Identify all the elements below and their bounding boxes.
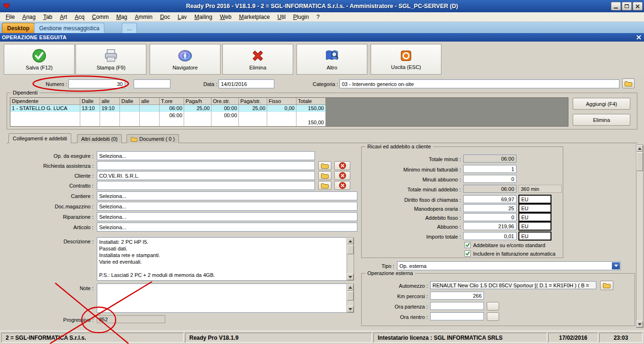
addebito-fisso-input[interactable]: 0 — [463, 213, 517, 221]
minimize-button[interactable] — [611, 2, 621, 10]
data-input[interactable]: 14/01/2016 — [219, 79, 274, 88]
numero-secondary-input[interactable] — [134, 79, 170, 88]
categoria-folder-button[interactable] — [622, 78, 635, 88]
richiesta-clear-button[interactable] — [334, 161, 350, 170]
op-da-eseguire-select[interactable]: Seleziona... — [97, 151, 315, 160]
scrollbar-thumb[interactable] — [347, 245, 354, 254]
tipo-dropdown[interactable]: Op. esterna — [397, 261, 621, 270]
other-button[interactable]: Altro — [297, 44, 367, 75]
includere-checkbox[interactable]: Includere in fatturazione automatica — [465, 250, 555, 257]
riparazione-select[interactable]: Seleziona... — [97, 212, 357, 221]
importo-totale-field: 0,01 — [463, 232, 517, 240]
ora-rientro-input[interactable] — [430, 312, 484, 320]
menu-help[interactable]: ? — [313, 12, 323, 22]
ready-pro-window: Ready Pro 2016 - V18.1.9 - 2 = SGL-INFOR… — [0, 0, 644, 344]
scroll-up-button[interactable] — [347, 238, 354, 244]
menu-comm[interactable]: Comm — [88, 12, 112, 22]
scroll-down-button[interactable] — [347, 274, 354, 280]
ora-partenza-input[interactable] — [430, 302, 484, 310]
table-row[interactable]: 1 - STATELLO G. LUCA 13:10 19:10 06:00 2… — [10, 105, 326, 112]
col-dalle-2[interactable]: Dalle — [120, 98, 140, 105]
scroll-down-button[interactable] — [636, 321, 643, 327]
tab-collegamenti-e-addebiti[interactable]: Collegamenti e addebiti — [8, 133, 71, 143]
col-tore[interactable]: T.ore — [160, 98, 184, 105]
elimina-riga-button[interactable]: Elimina — [573, 114, 630, 126]
richiesta-assistenza-field[interactable] — [97, 161, 315, 170]
dipendenti-table[interactable]: Dipendente Dalle alle Dalle alle T.ore P… — [10, 97, 568, 127]
exit-button[interactable]: Uscita (ESC) — [371, 44, 441, 75]
richiesta-folder-button[interactable] — [318, 161, 331, 170]
contratto-folder-button[interactable] — [318, 181, 331, 190]
scrollbar-thumb[interactable] — [347, 291, 354, 301]
contratto-clear-button[interactable] — [334, 181, 350, 190]
menu-util[interactable]: Util — [274, 12, 289, 22]
col-totale[interactable]: Totale — [297, 98, 326, 105]
menu-web[interactable]: Web — [216, 12, 235, 22]
menu-mag[interactable]: Mag — [112, 12, 131, 22]
col-paga-str[interactable]: Paga/str. — [239, 98, 267, 105]
save-button[interactable]: Salva (F12) — [4, 44, 75, 75]
note-textarea[interactable] — [97, 284, 347, 313]
automezzo-field[interactable]: RENAULT New Clio 1.5 DCI 85CV Sportour [… — [430, 281, 596, 289]
doc-magazzino-select[interactable]: Seleziona... — [97, 202, 357, 211]
abbuono-input[interactable]: 219,96 — [463, 222, 517, 230]
menu-plugin[interactable]: Plugin — [289, 12, 313, 22]
menu-art[interactable]: Art — [56, 12, 71, 22]
ora-partenza-button[interactable] — [487, 302, 499, 310]
scrollbar-thumb[interactable] — [636, 152, 643, 171]
menu-marketplace[interactable]: Marketplace — [235, 12, 273, 22]
panel-close-button[interactable] — [636, 34, 642, 41]
minimo-minuti-input[interactable]: 1 — [463, 165, 517, 173]
menu-ammin[interactable]: Ammin — [131, 12, 156, 22]
descrizione-scrollbar[interactable] — [347, 237, 354, 281]
tab-more[interactable]: ... — [122, 23, 137, 33]
cliente-field[interactable]: CO.VE.RI. S.R.L. — [97, 171, 315, 180]
col-ore-str[interactable]: Ore.str. — [212, 98, 239, 105]
menu-tab[interactable]: Tab — [39, 12, 56, 22]
restore-button[interactable] — [622, 2, 632, 10]
close-button[interactable] — [633, 2, 643, 10]
menu-doc[interactable]: Doc — [156, 12, 174, 22]
dropdown-arrow-button[interactable] — [612, 262, 620, 269]
note-scrollbar[interactable] — [347, 284, 354, 313]
articolo-select[interactable]: Seleziona... — [97, 223, 357, 232]
tab-gestione-messaggistica[interactable]: Gestione messaggistica — [34, 23, 104, 33]
cantiere-select[interactable]: Seleziona... — [97, 191, 357, 200]
contratto-field[interactable] — [97, 181, 315, 190]
menu-anag[interactable]: Anag — [18, 12, 39, 22]
menu-mailing[interactable]: Mailing — [191, 12, 216, 22]
tab-desktop[interactable]: Desktop — [2, 23, 34, 33]
manodopera-input[interactable]: 25 — [463, 204, 517, 212]
aggiungi-button[interactable]: Aggiungi (F4) — [573, 98, 630, 110]
diritto-fisso-input[interactable]: 69,97 — [463, 195, 517, 203]
col-alle-1[interactable]: alle — [100, 98, 120, 105]
delete-button[interactable]: Elimina — [222, 44, 293, 75]
scroll-down-button[interactable] — [347, 306, 354, 312]
descrizione-textarea[interactable]: Installati: 2 PC HP I5. Passati dati. In… — [97, 237, 347, 281]
col-paga-h[interactable]: Paga/h — [184, 98, 212, 105]
col-dalle-1[interactable]: Dalle — [80, 98, 100, 105]
cliente-folder-button[interactable] — [318, 171, 331, 180]
km-percorsi-input[interactable]: 266 — [430, 292, 484, 300]
tab-altri-addebiti[interactable]: Altri addebiti (0) — [77, 134, 122, 143]
scroll-up-button[interactable] — [347, 284, 354, 291]
col-alle-2[interactable]: alle — [140, 98, 160, 105]
menu-file[interactable]: File — [2, 12, 18, 22]
cliente-clear-button[interactable] — [334, 171, 350, 180]
ora-rientro-button[interactable] — [487, 312, 499, 321]
scroll-up-button[interactable] — [636, 145, 643, 152]
tab-documenti[interactable]: Documenti ( 0 ) — [127, 134, 179, 143]
numero-input[interactable]: 30 — [68, 79, 125, 88]
navigator-button[interactable]: Navigatore — [150, 44, 220, 75]
addebitare-checkbox[interactable]: Addebitare su e/conto standard — [465, 242, 545, 248]
menu-acq[interactable]: Acq — [71, 12, 88, 22]
automezzo-folder-button[interactable] — [600, 281, 613, 290]
menu-lav[interactable]: Lav — [174, 12, 190, 22]
print-button[interactable]: Stampa (F9) — [76, 44, 146, 75]
col-dipendente[interactable]: Dipendente — [10, 98, 80, 105]
restore-icon — [625, 4, 629, 8]
minuti-abbuono-input[interactable]: 0 — [463, 175, 517, 183]
col-fisso[interactable]: Fisso — [267, 98, 297, 105]
categoria-field[interactable]: 03 - Intervento generico on-site — [339, 79, 619, 88]
page-scrollbar[interactable] — [636, 145, 644, 328]
